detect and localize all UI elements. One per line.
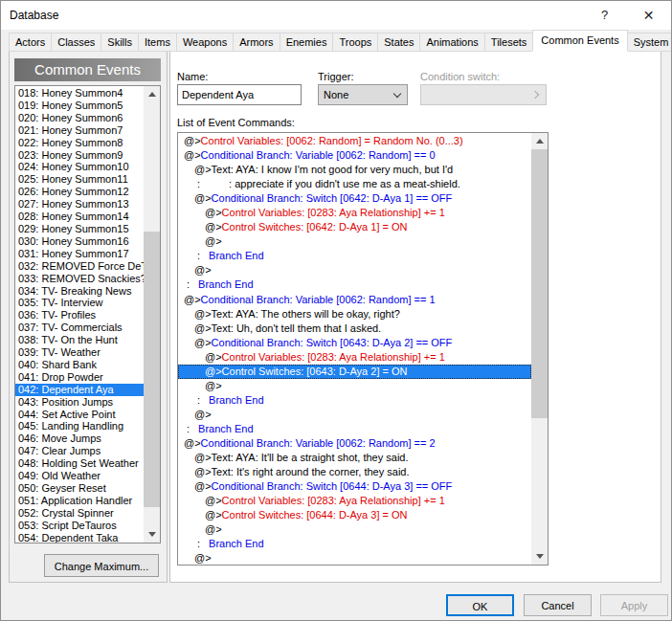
command-line[interactable]: :Branch End <box>178 537 531 551</box>
list-item[interactable]: 042: Dependent Aya <box>15 384 144 396</box>
list-item[interactable]: 019: Honey Summon5 <box>15 100 144 112</box>
command-line[interactable]: @>Conditional Branch: Variable [0062: Ra… <box>178 148 531 163</box>
scroll-down-icon[interactable] <box>144 526 160 543</box>
list-item[interactable]: 021: Honey Summon7 <box>15 124 144 137</box>
ok-button[interactable]: OK <box>446 594 514 616</box>
command-line[interactable]: @>Control Variables: [0283: Aya Relation… <box>178 206 531 220</box>
help-icon[interactable]: ? <box>583 1 626 30</box>
close-icon[interactable]: ✕ <box>626 1 671 30</box>
tab-system[interactable]: System <box>627 33 672 52</box>
list-item[interactable]: 043: Position Jumps <box>15 396 144 409</box>
list-item[interactable]: 022: Honey Summon8 <box>15 137 144 149</box>
list-item[interactable]: 020: Honey Summon6 <box>15 112 144 124</box>
command-line[interactable]: @>Conditional Branch: Switch [0644: D-Ay… <box>178 479 531 494</box>
event-commands-list[interactable]: @>Control Variables: [0062: Random] = Ra… <box>177 132 549 566</box>
command-line[interactable]: @>Text: Uh, don't tell them that I asked… <box>178 322 531 336</box>
command-line[interactable]: :: appreciate if you didn't use me as a … <box>178 177 531 191</box>
command-line[interactable]: @>Control Variables: [0283: Aya Relation… <box>178 494 531 508</box>
scrollbar-thumb[interactable] <box>144 232 160 507</box>
list-item[interactable]: 024: Honey Summon10 <box>15 161 144 173</box>
list-item[interactable]: 038: TV- On the Hunt <box>15 334 144 346</box>
list-item[interactable]: 032: REMOVED Force DeTau <box>15 260 144 273</box>
list-item[interactable]: 018: Honey Summon4 <box>15 87 144 100</box>
list-item[interactable]: 029: Honey Summon15 <box>15 223 144 235</box>
scroll-up-icon[interactable] <box>144 86 160 102</box>
trigger-label: Trigger: <box>318 71 354 82</box>
list-item[interactable]: 041: Drop Powder <box>15 371 144 384</box>
tab-tilesets[interactable]: Tilesets <box>484 33 534 52</box>
command-line[interactable]: @>Conditional Branch: Switch [0642: D-Ay… <box>178 191 531 206</box>
list-item[interactable]: 054: Dependent Taka <box>15 532 144 543</box>
command-line[interactable]: @>Control Switches: [0643: D-Aya 2] = ON <box>178 365 531 379</box>
command-line[interactable]: @>Control Switches: [0644: D-Aya 3] = ON <box>178 508 531 522</box>
scrollbar-thumb[interactable] <box>531 149 548 418</box>
list-item[interactable]: 047: Clear Jumps <box>15 445 144 457</box>
command-line[interactable]: @>Text: AYA: The others will be okay, ri… <box>178 307 531 322</box>
trigger-dropdown[interactable]: None <box>318 84 408 105</box>
change-maximum-button[interactable]: Change Maximum... <box>44 554 159 577</box>
command-line[interactable]: @>Control Switches: [0642: D-Aya 1] = ON <box>178 220 531 234</box>
command-line[interactable]: @> <box>178 408 531 422</box>
tab-classes[interactable]: Classes <box>51 33 101 52</box>
tab-weapons[interactable]: Weapons <box>176 33 234 52</box>
list-item[interactable]: 026: Honey Summon12 <box>15 186 144 198</box>
tab-skills[interactable]: Skills <box>101 33 139 52</box>
command-line[interactable]: @>Conditional Branch: Switch [0643: D-Ay… <box>178 336 531 350</box>
list-item[interactable]: 049: Old Weather <box>15 470 144 482</box>
command-line[interactable]: @>Control Variables: [0062: Random] = Ra… <box>178 134 531 148</box>
command-line[interactable]: @>Text: AYA: I know I'm not good for ver… <box>178 163 531 177</box>
list-item[interactable]: 035: TV- Interview <box>15 297 144 309</box>
list-item[interactable]: 027: Honey Summon13 <box>15 198 144 211</box>
list-item[interactable]: 045: Landing Handling <box>15 420 144 432</box>
chevron-down-icon <box>393 90 401 98</box>
common-events-list[interactable]: 018: Honey Summon4019: Honey Summon5020:… <box>14 85 161 543</box>
cancel-button[interactable]: Cancel <box>524 594 592 616</box>
tab-enemies[interactable]: Enemies <box>280 33 334 52</box>
list-item[interactable]: 053: Script DeTauros <box>15 520 144 532</box>
tab-armors[interactable]: Armors <box>233 33 280 52</box>
list-item[interactable]: 025: Honey Summon11 <box>15 173 144 186</box>
scroll-up-icon[interactable] <box>531 133 548 149</box>
command-line[interactable]: @>Conditional Branch: Variable [0062: Ra… <box>178 293 531 307</box>
common-events-items: 018: Honey Summon4019: Honey Summon5020:… <box>15 87 144 543</box>
tab-actors[interactable]: Actors <box>9 33 52 52</box>
tab-common-events[interactable]: Common Events <box>532 30 627 52</box>
command-line[interactable]: @>Text: AYA: It'll be a straight shot, t… <box>178 451 531 465</box>
list-item[interactable]: 048: Holding Set Weather <box>15 457 144 470</box>
command-line[interactable]: @> <box>178 522 531 537</box>
list-item[interactable]: 023: Honey Summon9 <box>15 149 144 162</box>
list-item[interactable]: 031: Honey Summon17 <box>15 248 144 260</box>
command-line[interactable]: :Branch End <box>178 277 531 292</box>
command-line[interactable]: @>Conditional Branch: Variable [0062: Ra… <box>178 436 531 451</box>
command-line[interactable]: @> <box>178 263 531 277</box>
list-item[interactable]: 040: Shard Bank <box>15 359 144 371</box>
list-item[interactable]: 028: Honey Summon14 <box>15 211 144 223</box>
list-item[interactable]: 033: REMOVED Snackies? <box>15 273 144 285</box>
list-item[interactable]: 051: Application Handler <box>15 495 144 507</box>
command-line[interactable]: @> <box>178 379 531 393</box>
list-item[interactable]: 046: Move Jumps <box>15 432 144 445</box>
scroll-down-icon[interactable] <box>531 548 548 565</box>
tab-animations[interactable]: Animations <box>419 33 484 52</box>
commands-scrollbar[interactable] <box>531 133 548 565</box>
list-item[interactable]: 037: TV- Commercials <box>15 322 144 334</box>
command-line[interactable]: :Branch End <box>178 393 531 408</box>
tab-troops[interactable]: Troops <box>332 33 378 52</box>
list-item[interactable]: 050: Geyser Reset <box>15 482 144 495</box>
left-list-scrollbar[interactable] <box>144 86 160 543</box>
command-line[interactable]: @>Control Variables: [0283: Aya Relation… <box>178 350 531 365</box>
command-line[interactable]: @> <box>178 551 531 565</box>
tab-items[interactable]: Items <box>138 33 177 52</box>
command-line[interactable]: :Branch End <box>178 422 531 436</box>
command-line[interactable]: @>Text: It's right around the corner, th… <box>178 465 531 479</box>
name-input[interactable] <box>177 84 302 105</box>
list-item[interactable]: 034: TV- Breaking News <box>15 285 144 298</box>
list-item[interactable]: 036: TV- Profiles <box>15 309 144 322</box>
tab-states[interactable]: States <box>377 33 420 52</box>
list-item[interactable]: 052: Crystal Spinner <box>15 507 144 520</box>
list-item[interactable]: 039: TV- Weather <box>15 346 144 359</box>
list-item[interactable]: 030: Honey Summon16 <box>15 235 144 248</box>
command-line[interactable]: :Branch End <box>178 249 531 263</box>
command-line[interactable]: @> <box>178 234 531 249</box>
list-item[interactable]: 044: Set Active Point <box>15 409 144 421</box>
